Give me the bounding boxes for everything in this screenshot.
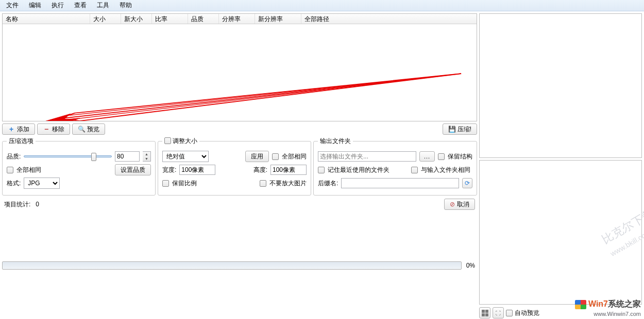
height-label: 高度: <box>253 166 267 174</box>
thumb-small-button[interactable] <box>479 307 490 318</box>
quality-spinner[interactable]: ▲▼ <box>143 151 151 162</box>
panel-resize-legend: 调整大小 <box>162 137 199 146</box>
col-name[interactable]: 名称 <box>3 14 90 24</box>
annotation-arrow <box>3 24 477 121</box>
keep-ratio-label: 保留比例 <box>172 179 197 188</box>
remember-folder-label: 记住最近使用的文件夹 <box>328 166 389 174</box>
disk-icon: 💾 <box>448 126 455 133</box>
menu-file[interactable]: 文件 <box>2 0 23 11</box>
quality-slider[interactable] <box>24 155 112 157</box>
quality-label: 品质: <box>7 152 21 161</box>
resize-all-same-checkbox[interactable] <box>272 153 279 160</box>
output-folder-input[interactable] <box>318 151 416 162</box>
menu-edit[interactable]: 编辑 <box>25 0 45 11</box>
quality-slider-handle[interactable] <box>91 153 96 161</box>
col-res[interactable]: 分辨率 <box>219 14 255 24</box>
panel-output-legend: 输出文件夹 <box>318 137 353 146</box>
preview-pane-top <box>479 13 642 158</box>
menu-tools[interactable]: 工具 <box>93 0 113 11</box>
plus-icon: + <box>8 126 15 133</box>
height-input[interactable] <box>270 165 307 175</box>
preview-label: 预览 <box>87 125 99 134</box>
count-value: 0 <box>36 201 39 208</box>
menubar: 文件 编辑 执行 查看 工具 帮助 <box>0 0 644 11</box>
action-bar: + 添加 − 移除 🔍 预览 💾 压缩! <box>2 123 477 135</box>
suffix-refresh-button[interactable]: ⟳ <box>462 178 472 188</box>
panel-output: 输出文件夹 ... 保留结构 记住最近使用的文件夹 与输入文件夹相同 后缀名: <box>313 137 477 196</box>
magnifier-icon: 🔍 <box>78 126 85 133</box>
panel-compress: 压缩选项 品质: ▲▼ 全部相同 设置品质 格式: <box>2 137 156 196</box>
add-button[interactable]: + 添加 <box>2 123 35 135</box>
width-label: 宽度: <box>162 166 176 174</box>
suffix-input[interactable] <box>341 178 459 188</box>
keep-ratio-checkbox[interactable] <box>162 180 169 187</box>
same-as-input-checkbox[interactable] <box>411 167 418 173</box>
progress-bar <box>2 261 462 270</box>
status-row: 项目统计: 0 ⊘ 取消 <box>2 198 477 211</box>
add-label: 添加 <box>17 125 29 134</box>
col-quality[interactable]: 品质 <box>188 14 219 24</box>
compress-label: 压缩! <box>457 125 471 134</box>
file-list-header: 名称 大小 新大小 比率 品质 分辨率 新分辨率 全部路径 <box>3 14 477 24</box>
resize-apply-button[interactable]: 应用 <box>245 151 269 162</box>
browse-button[interactable]: ... <box>419 151 435 162</box>
resize-mode-select[interactable]: 绝对值 <box>162 151 209 162</box>
remove-label: 移除 <box>52 125 64 134</box>
remember-folder-checkbox[interactable] <box>318 167 325 173</box>
keep-struct-label: 保留结构 <box>448 152 472 161</box>
set-quality-button[interactable]: 设置品质 <box>115 164 151 175</box>
panel-resize: 调整大小 绝对值 应用 全部相同 宽度: 高度: <box>158 137 311 196</box>
quality-input[interactable] <box>115 151 140 162</box>
menu-help[interactable]: 帮助 <box>115 0 136 11</box>
preview-button[interactable]: 🔍 预览 <box>72 123 105 135</box>
expand-icon: ⛶ <box>496 310 501 316</box>
width-input[interactable] <box>179 165 215 175</box>
same-as-input-label: 与输入文件夹相同 <box>421 166 470 174</box>
format-label: 格式: <box>7 179 21 188</box>
keep-struct-checkbox[interactable] <box>438 153 445 160</box>
cancel-button[interactable]: ⊘ 取消 <box>444 199 475 210</box>
preview-pane-bottom <box>479 160 642 305</box>
no-upscale-checkbox[interactable] <box>260 180 266 187</box>
resize-all-same-label: 全部相同 <box>282 152 307 161</box>
compress-button[interactable]: 💾 压缩! <box>443 123 477 135</box>
remove-button[interactable]: − 移除 <box>37 123 70 135</box>
resize-enable-checkbox[interactable] <box>164 137 171 144</box>
no-upscale-label: 不要放大图片 <box>269 179 307 188</box>
col-path[interactable]: 全部路径 <box>301 14 477 24</box>
grid-small-icon <box>482 310 488 316</box>
auto-preview-checkbox[interactable] <box>506 310 513 316</box>
menu-run[interactable]: 执行 <box>47 0 68 11</box>
minus-icon: − <box>43 126 50 133</box>
menu-view[interactable]: 查看 <box>70 0 91 11</box>
all-same-quality-label: 全部相同 <box>16 166 41 174</box>
col-newsize[interactable]: 新大小 <box>121 14 152 24</box>
file-list[interactable]: 名称 大小 新大小 比率 品质 分辨率 新分辨率 全部路径 <box>2 13 477 121</box>
thumb-large-button[interactable]: ⛶ <box>493 307 504 318</box>
cancel-icon: ⊘ <box>450 201 455 208</box>
auto-preview-label: 自动预览 <box>515 309 539 317</box>
col-newres[interactable]: 新分辨率 <box>255 14 301 24</box>
col-size[interactable]: 大小 <box>90 14 121 24</box>
refresh-icon: ⟳ <box>465 180 470 187</box>
format-select[interactable]: JPG <box>24 178 60 189</box>
col-ratio[interactable]: 比率 <box>152 14 188 24</box>
all-same-quality-checkbox[interactable] <box>7 167 13 173</box>
panel-compress-legend: 压缩选项 <box>7 137 36 146</box>
progress-label: 0% <box>462 262 477 269</box>
suffix-label: 后缀名: <box>318 179 338 188</box>
count-label: 项目统计: <box>4 200 30 209</box>
